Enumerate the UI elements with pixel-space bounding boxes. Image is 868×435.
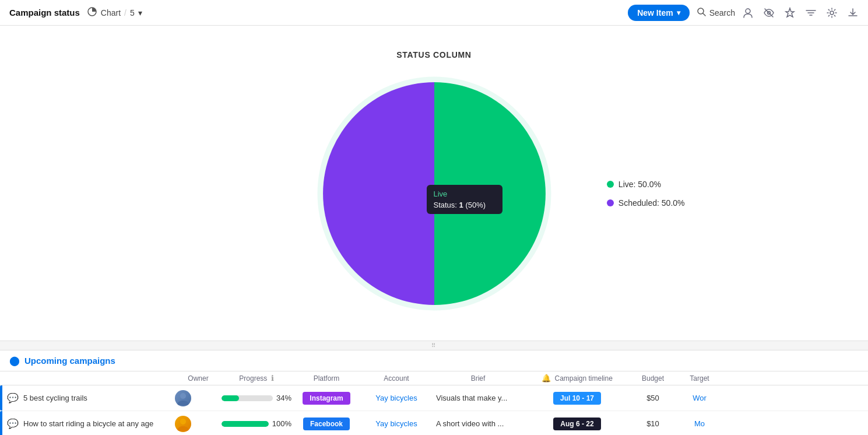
view-label: Chart xyxy=(101,8,121,17)
timeline-badge: Jul 10 - 17 xyxy=(553,392,601,405)
new-item-button[interactable]: New Item ▾ xyxy=(628,5,689,21)
col-header-account: Account xyxy=(361,374,431,383)
row-name: 5 best cycling trails xyxy=(23,394,87,402)
avatar xyxy=(175,390,191,406)
section-header-row: ⬤ Upcoming campaigns xyxy=(0,350,868,371)
user-icon[interactable] xyxy=(742,7,754,19)
row-platform-cell: Facebook xyxy=(291,418,361,430)
view-separator: / xyxy=(124,8,126,17)
section-toggle-icon[interactable]: ⬤ xyxy=(9,355,20,366)
svg-line-2 xyxy=(703,13,705,16)
timeline-badge: Aug 6 - 22 xyxy=(553,418,600,430)
row-budget-cell: $50 xyxy=(630,394,676,402)
col-header-platform: Platform xyxy=(291,374,361,383)
col-header-brief: Brief xyxy=(431,374,525,383)
search-label: Search xyxy=(709,8,735,17)
view-selector[interactable]: Chart / 5 ▾ xyxy=(87,6,142,19)
table-row: 💬 5 best cycling trails 34% Instagram Ya… xyxy=(0,385,868,411)
chart-container: Live Status: 1 (50%) Live: 50.0% Schedul… xyxy=(312,71,557,316)
chart-legend: Live: 50.0% Scheduled: 50.0% xyxy=(607,180,685,208)
pie-chart[interactable] xyxy=(312,71,557,316)
progress-fill xyxy=(222,421,269,427)
col-header-progress: Progress ℹ xyxy=(222,374,291,383)
row-timeline-cell: Jul 10 - 17 xyxy=(525,392,630,405)
svg-point-3 xyxy=(746,9,750,13)
col-header-timeline: 🔔 Campaign timeline xyxy=(525,374,630,383)
col-header-owner: Owner xyxy=(175,374,222,383)
progress-label: 100% xyxy=(272,419,291,428)
section-title: Upcoming campaigns xyxy=(24,356,115,366)
platform-badge: Instagram xyxy=(303,392,350,405)
legend-dot-scheduled xyxy=(607,199,614,206)
search-icon xyxy=(697,7,706,18)
row-owner-cell xyxy=(175,416,222,432)
svg-point-12 xyxy=(180,419,186,425)
new-item-dropdown-arrow: ▾ xyxy=(677,9,680,17)
progress-label: 34% xyxy=(276,394,291,402)
settings-icon[interactable] xyxy=(826,7,838,19)
app-header: Campaign status Chart / 5 ▾ New Item ▾ S… xyxy=(0,0,868,26)
page-title: Campaign status xyxy=(9,8,80,17)
chevron-down-icon: ▾ xyxy=(138,8,142,17)
pin-icon[interactable] xyxy=(784,7,796,19)
search-button[interactable]: Search xyxy=(697,7,735,18)
row-name: How to start riding a bicycle at any age xyxy=(23,419,153,428)
comment-icon[interactable]: 💬 xyxy=(7,392,19,404)
row-name-cell: 💬 How to start riding a bicycle at any a… xyxy=(2,418,175,429)
row-progress-cell: 34% xyxy=(222,394,291,402)
svg-point-9 xyxy=(830,11,834,15)
table-row: 💬 How to start riding a bicycle at any a… xyxy=(0,411,868,435)
row-platform-cell: Instagram xyxy=(291,392,361,405)
progress-bar xyxy=(222,395,273,401)
chart-area: STATUS COLUMN Live Status: 1 (50%) Live:… xyxy=(0,26,868,341)
chart-view-icon xyxy=(87,6,97,19)
progress-info-icon[interactable]: ℹ xyxy=(271,374,274,383)
columns-header-row: Owner Progress ℹ Platform Account Brief … xyxy=(0,371,868,385)
chart-title: STATUS COLUMN xyxy=(396,50,471,59)
resize-handle[interactable]: ⠿ xyxy=(0,341,868,350)
header-icons xyxy=(742,7,859,19)
row-timeline-cell: Aug 6 - 22 xyxy=(525,418,630,430)
row-brief-cell: Visuals that make y... xyxy=(431,394,525,402)
col-header-budget: Budget xyxy=(630,374,676,383)
filter-icon[interactable] xyxy=(805,7,817,19)
table-area: ⬤ Upcoming campaigns Owner Progress ℹ Pl… xyxy=(0,350,868,435)
legend-dot-live xyxy=(607,181,614,188)
progress-fill xyxy=(222,395,239,401)
col-header-target: Target xyxy=(676,374,723,383)
row-target-cell: Wor xyxy=(676,394,723,402)
new-item-label: New Item xyxy=(637,8,673,17)
download-icon[interactable] xyxy=(847,7,859,19)
view-count: 5 xyxy=(130,8,135,17)
legend-item-live: Live: 50.0% xyxy=(607,180,685,189)
row-owner-cell xyxy=(175,390,222,406)
progress-bar xyxy=(222,421,269,427)
row-budget-cell: $10 xyxy=(630,419,676,428)
drag-dots: ⠿ xyxy=(431,342,437,349)
row-brief-cell: A short video with ... xyxy=(431,419,525,428)
row-account-cell[interactable]: Yay bicycles xyxy=(361,419,431,428)
eye-icon[interactable] xyxy=(763,7,775,19)
avatar xyxy=(175,416,191,432)
row-name-cell: 💬 5 best cycling trails xyxy=(2,392,175,404)
legend-label-live: Live: 50.0% xyxy=(619,180,661,189)
bell-icon: 🔔 xyxy=(542,374,551,383)
row-target-cell: Mo xyxy=(676,419,723,428)
legend-item-scheduled: Scheduled: 50.0% xyxy=(607,198,685,208)
row-account-cell[interactable]: Yay bicycles xyxy=(361,394,431,402)
platform-badge: Facebook xyxy=(303,418,350,430)
legend-label-scheduled: Scheduled: 50.0% xyxy=(619,198,685,208)
comment-icon[interactable]: 💬 xyxy=(7,418,19,429)
row-progress-cell: 100% xyxy=(222,419,291,428)
svg-point-11 xyxy=(180,393,186,399)
